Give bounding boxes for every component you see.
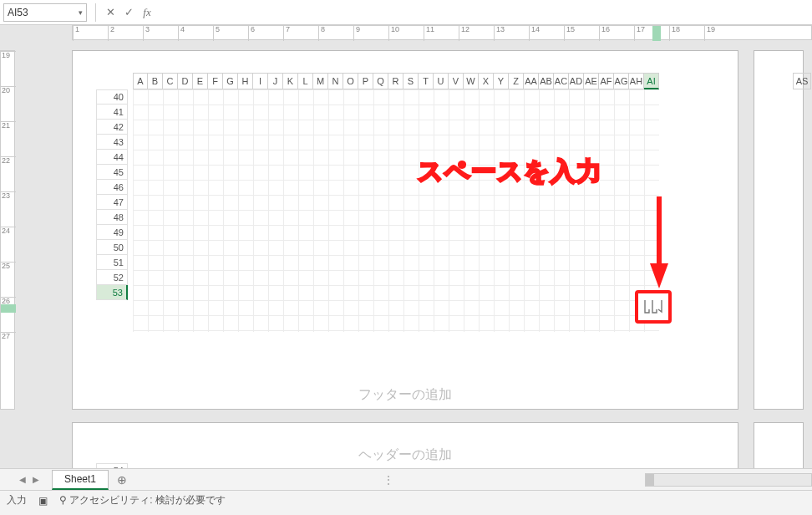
horizontal-ruler[interactable]: 12345678910111213141516171819 — [72, 25, 812, 40]
column-header-AA[interactable]: AA — [524, 73, 539, 89]
add-sheet-button[interactable]: ⊕ — [112, 470, 132, 490]
formula-input[interactable] — [156, 3, 812, 22]
column-header-G[interactable]: G — [223, 73, 238, 89]
header-placeholder-text: ヘッダーの追加 — [358, 447, 452, 461]
row-header-48[interactable]: 48 — [96, 210, 128, 225]
vruler-tick: 23 — [1, 191, 16, 200]
column-header-L[interactable]: L — [298, 73, 313, 89]
name-box-value: AI53 — [8, 7, 28, 18]
column-header-AD[interactable]: AD — [569, 73, 584, 89]
column-header-W[interactable]: W — [464, 73, 479, 89]
accessibility-icon: ⚲ — [59, 494, 67, 506]
tab-prev-button[interactable]: ◀ — [17, 474, 28, 486]
column-header-A[interactable]: A — [133, 73, 148, 89]
column-header-D[interactable]: D — [178, 73, 193, 89]
hruler-tick: 2 — [108, 26, 114, 41]
column-header-AG[interactable]: AG — [614, 73, 629, 89]
page-area-2-right — [754, 422, 804, 468]
hruler-tick: 5 — [213, 26, 220, 41]
column-header-K[interactable]: K — [283, 73, 298, 89]
worksheet-stage: 12345678910111213141516171819 1920212223… — [0, 25, 812, 468]
sheet-tab-1[interactable]: Sheet1 — [52, 470, 109, 490]
row-header-46[interactable]: 46 — [96, 180, 128, 195]
column-header-J[interactable]: J — [268, 73, 283, 89]
hruler-tick: 1 — [73, 26, 79, 41]
hruler-tick: 4 — [178, 26, 185, 41]
horizontal-scrollbar[interactable] — [645, 473, 812, 487]
column-header-right[interactable]: AS — [793, 73, 811, 89]
column-header-AI[interactable]: AI — [644, 73, 659, 89]
column-header-M[interactable]: M — [313, 73, 328, 89]
column-header-AH[interactable]: AH — [629, 73, 644, 89]
hruler-tick: 17 — [634, 26, 645, 41]
hruler-tick: 13 — [494, 26, 505, 41]
row-header-44[interactable]: 44 — [96, 150, 128, 165]
hruler-tick: 19 — [704, 26, 715, 41]
page-area: 4041424344454647484950515253 ABCDEFGHIJK… — [72, 50, 738, 410]
column-header-Z[interactable]: Z — [509, 73, 524, 89]
column-headers: ABCDEFGHIJKLMNOPQRSTUVWXYZAAABACADAEAFAG… — [133, 73, 659, 89]
column-header-S[interactable]: S — [403, 73, 419, 89]
column-header-X[interactable]: X — [479, 73, 494, 89]
tab-next-button[interactable]: ▶ — [30, 474, 42, 486]
column-header-V[interactable]: V — [449, 73, 464, 89]
column-header-T[interactable]: T — [419, 73, 434, 89]
vruler-tick: 26 — [1, 297, 16, 305]
row-header-49[interactable]: 49 — [96, 225, 128, 240]
column-header-Q[interactable]: Q — [373, 73, 388, 89]
column-header-H[interactable]: H — [238, 73, 253, 89]
macro-record-icon[interactable]: ▣ — [38, 495, 48, 507]
column-header-O[interactable]: O — [343, 73, 358, 89]
row-header-52[interactable]: 52 — [96, 270, 128, 285]
row-header-41[interactable]: 41 — [96, 105, 128, 120]
row-header-45[interactable]: 45 — [96, 165, 128, 180]
column-header-AB[interactable]: AB — [539, 73, 554, 89]
cancel-button[interactable]: ✕ — [101, 3, 119, 22]
column-header-C[interactable]: C — [163, 73, 178, 89]
page-area-right: AS — [754, 50, 804, 410]
column-header-N[interactable]: N — [328, 73, 343, 89]
row-header-51[interactable]: 51 — [96, 255, 128, 270]
insert-function-button[interactable]: fx — [138, 3, 156, 22]
scroll-thumb[interactable] — [646, 474, 654, 486]
column-header-I[interactable]: I — [253, 73, 268, 89]
vertical-ruler[interactable]: 192021222324252627 — [0, 50, 15, 410]
hruler-tick: 16 — [599, 26, 610, 41]
column-header-Y[interactable]: Y — [494, 73, 509, 89]
row-header-50[interactable]: 50 — [96, 240, 128, 255]
tab-nav: ◀ ▶ — [17, 474, 42, 486]
column-header-R[interactable]: R — [388, 73, 403, 89]
header-placeholder[interactable]: ヘッダーの追加 — [73, 446, 738, 464]
accessibility-status[interactable]: ⚲ アクセシビリティ: 検討が必要です — [59, 493, 226, 507]
cancel-icon: ✕ — [106, 6, 115, 18]
footer-placeholder[interactable]: フッターの追加 — [73, 386, 738, 404]
column-header-F[interactable]: F — [208, 73, 223, 89]
column-header-B[interactable]: B — [148, 73, 163, 89]
column-header-P[interactable]: P — [358, 73, 373, 89]
column-header-AC[interactable]: AC — [554, 73, 569, 89]
column-header-AF[interactable]: AF — [599, 73, 614, 89]
row-header-53[interactable]: 53 — [96, 285, 128, 300]
tab-split[interactable]: ⋮ — [383, 474, 393, 486]
vruler-marker[interactable] — [1, 304, 16, 313]
plus-circle-icon: ⊕ — [117, 473, 127, 487]
row-header-47[interactable]: 47 — [96, 195, 128, 210]
hruler-tick: 15 — [564, 26, 575, 41]
hruler-marker[interactable] — [652, 26, 661, 41]
column-header-U[interactable]: U — [434, 73, 449, 89]
hruler-tick: 9 — [353, 26, 360, 41]
column-header-E[interactable]: E — [193, 73, 208, 89]
status-mode: 入力 — [7, 493, 27, 507]
cell-grid[interactable] — [133, 89, 659, 332]
column-header-AE[interactable]: AE — [584, 73, 599, 89]
name-box-dropdown-icon[interactable]: ▾ — [79, 8, 83, 17]
row-header-43[interactable]: 43 — [96, 135, 128, 150]
hruler-tick: 14 — [529, 26, 540, 41]
row-header-40[interactable]: 40 — [96, 89, 128, 105]
row-header-42[interactable]: 42 — [96, 120, 128, 135]
name-box[interactable]: AI53 ▾ — [3, 3, 87, 22]
vruler-tick: 20 — [1, 86, 16, 94]
row-headers: 4041424344454647484950515253 — [96, 89, 128, 300]
hruler-tick: 6 — [248, 26, 255, 41]
accept-button[interactable]: ✓ — [119, 3, 138, 22]
